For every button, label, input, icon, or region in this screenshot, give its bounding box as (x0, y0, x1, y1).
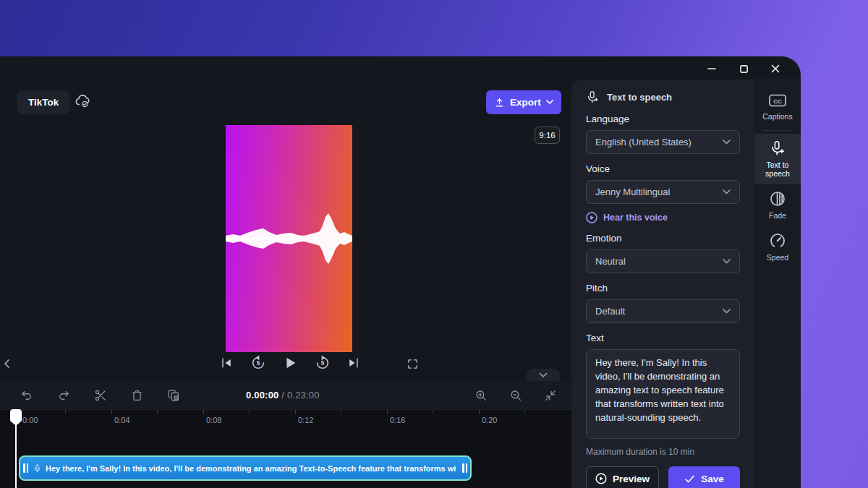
properties-sidebar: CC Captions Text to speech Fade (754, 78, 801, 488)
redo-button[interactable] (57, 389, 70, 402)
maximize-button[interactable] (733, 61, 754, 77)
tts-text-input[interactable]: Hey there, I'm Sally! In this video, I'l… (586, 349, 740, 439)
playback-controls: 5 5 (219, 355, 361, 371)
captions-icon: CC (768, 93, 787, 108)
aspect-ratio-badge: 9:16 (535, 127, 560, 144)
timeline-zoom-controls (475, 381, 557, 410)
skip-to-start-button[interactable] (219, 356, 234, 370)
chevron-down-icon (723, 189, 731, 194)
svg-text:CC: CC (773, 98, 782, 105)
timeline-ruler[interactable]: 0:00 0:04 0:08 0:12 0:16 0:20 (0, 410, 571, 429)
svg-text:5: 5 (320, 360, 324, 367)
ruler-label: 0:16 (390, 416, 405, 424)
audio-clip[interactable]: Hey there, I'm Sally! In this video, I'l… (19, 455, 472, 481)
timeline-track: Hey there, I'm Sally! In this video, I'l… (0, 429, 571, 488)
clip-left-trim-handle[interactable] (20, 463, 31, 473)
sidebar-item-text-to-speech[interactable]: Text to speech (754, 134, 801, 184)
rewind-5s-button[interactable]: 5 (250, 355, 266, 371)
panel-title: Text to speech (607, 92, 672, 103)
timeline-toolbar: 0.00:00 / 0.23:00 (0, 381, 571, 410)
zoom-to-fit-button[interactable] (544, 389, 557, 402)
ruler-label: 0:08 (206, 416, 221, 424)
text-to-speech-icon (586, 90, 600, 104)
current-time: 0.00:00 (246, 390, 279, 401)
app-window: TikTok Export 9:16 5 (0, 56, 801, 488)
clip-right-trim-handle[interactable] (459, 463, 470, 473)
clip-caption-text: Hey there, I'm Sally! In this video, I'l… (46, 464, 459, 473)
project-title[interactable]: TikTok (17, 90, 69, 114)
check-icon (684, 474, 695, 484)
zoom-in-button[interactable] (475, 389, 488, 402)
ruler-label: 0:00 (22, 416, 38, 424)
language-select[interactable]: English (United States) (586, 130, 740, 154)
emotion-label: Emotion (586, 233, 740, 244)
pitch-select[interactable]: Default (586, 299, 740, 323)
preview-button[interactable]: Preview (586, 466, 659, 488)
svg-text:5: 5 (256, 360, 260, 367)
emotion-select[interactable]: Neutral (586, 249, 740, 273)
text-to-speech-panel: Text to speech Language English (United … (571, 80, 754, 488)
collapse-preview-button[interactable] (527, 369, 560, 381)
play-circle-icon (586, 212, 597, 223)
chevron-down-icon (723, 140, 731, 145)
duplicate-button[interactable] (167, 389, 180, 402)
fade-icon (769, 190, 786, 207)
save-button[interactable]: Save (668, 466, 740, 488)
cloud-saved-icon (75, 94, 90, 108)
close-button[interactable] (765, 61, 786, 77)
collapse-sidebar-chevron[interactable] (3, 359, 11, 369)
minimize-button[interactable] (701, 61, 723, 77)
max-duration-helper: Maximum duration is 10 min (586, 447, 740, 457)
ruler-label: 0:04 (114, 416, 129, 424)
play-circle-icon (595, 473, 607, 484)
sidebar-item-speed[interactable]: Speed (754, 226, 801, 268)
ruler-label: 0:20 (482, 416, 497, 424)
text-label: Text (586, 333, 740, 343)
voice-select[interactable]: Jenny Multilingual (586, 180, 740, 204)
delete-button[interactable] (131, 389, 143, 402)
export-label: Export (510, 97, 541, 108)
video-preview-canvas[interactable] (226, 125, 352, 352)
pitch-label: Pitch (586, 283, 740, 294)
hear-this-voice-link[interactable]: Hear this voice (586, 212, 740, 223)
play-button[interactable] (282, 355, 298, 371)
total-time: 0.23:00 (287, 390, 320, 401)
window-controls (701, 61, 786, 77)
chevron-down-icon (723, 259, 731, 264)
speed-icon (769, 232, 786, 249)
fullscreen-button[interactable] (407, 358, 419, 370)
zoom-out-button[interactable] (509, 389, 522, 402)
ruler-label: 0:12 (298, 416, 313, 424)
sidebar-divider (763, 130, 792, 131)
export-button[interactable]: Export (486, 90, 561, 114)
split-scissors-button[interactable] (94, 389, 107, 402)
skip-to-end-button[interactable] (346, 356, 361, 370)
time-display: 0.00:00 / 0.23:00 (246, 390, 320, 401)
timeline: 0.00:00 / 0.23:00 0:00 0:04 (0, 381, 571, 488)
voice-label: Voice (586, 163, 740, 174)
microphone-icon (33, 463, 42, 474)
chevron-down-icon (723, 309, 731, 314)
sidebar-item-captions[interactable]: CC Captions (754, 87, 801, 127)
forward-5s-button[interactable]: 5 (315, 355, 331, 371)
undo-button[interactable] (20, 389, 33, 402)
waveform-graphic (226, 125, 352, 352)
language-label: Language (586, 114, 740, 124)
playhead-handle[interactable] (10, 409, 22, 421)
sidebar-item-fade[interactable]: Fade (754, 184, 801, 226)
text-to-speech-icon (770, 140, 786, 157)
